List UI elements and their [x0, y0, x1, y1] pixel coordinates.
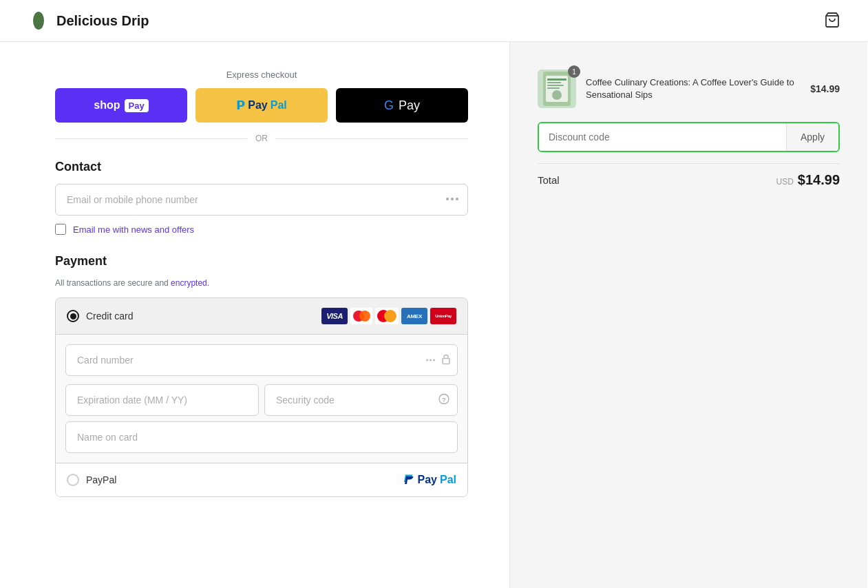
name-on-card-input[interactable]	[65, 421, 458, 453]
order-summary: 1 Coffee Culinary Creations: A Coffee Lo…	[509, 42, 867, 588]
product-price: $14.99	[810, 83, 840, 94]
contact-section: Contact Email me with news and offers	[55, 160, 468, 235]
card-type-icon	[426, 355, 437, 366]
newsletter-checkbox[interactable]	[55, 224, 66, 235]
paypal-option[interactable]: PayPal PayPal	[56, 463, 467, 496]
mastercard-icon	[375, 308, 399, 324]
svg-text:?: ?	[442, 397, 446, 403]
amex-icon: AMEX	[401, 308, 427, 324]
header: Delicious Drip	[0, 0, 868, 42]
newsletter-checkbox-row: Email me with news and offers	[55, 224, 468, 235]
svg-rect-5	[456, 198, 458, 200]
discount-code-input[interactable]	[539, 123, 786, 151]
shoppay-button[interactable]: shop Pay	[55, 88, 187, 123]
checkout-form: Express checkout shop Pay 𝗣 PayPal	[0, 42, 509, 588]
email-options-icon	[446, 194, 458, 205]
expiry-input-group	[65, 384, 259, 416]
newsletter-label[interactable]: Email me with news and offers	[73, 224, 194, 235]
credit-card-form: ?	[56, 335, 467, 463]
payment-heading: Payment	[55, 254, 468, 269]
svg-rect-16	[547, 85, 564, 86]
payment-section: Payment All transactions are secure and …	[55, 254, 468, 497]
visa-icon: VISA	[321, 308, 348, 324]
paypal-radio[interactable]	[67, 474, 79, 486]
credit-card-option[interactable]: Credit card VISA	[56, 298, 467, 335]
gpay-button[interactable]: G Pay	[336, 88, 468, 123]
product-info: Coffee Culinary Creations: A Coffee Love…	[586, 76, 801, 101]
card-icons: VISA AME	[321, 308, 456, 324]
credit-card-label: Credit card	[86, 311, 133, 322]
svg-rect-3	[446, 198, 449, 200]
svg-rect-15	[547, 82, 561, 83]
main-layout: Express checkout shop Pay 𝗣 PayPal	[0, 42, 868, 588]
card-number-input[interactable]	[65, 344, 458, 376]
brand-logo-icon	[28, 10, 50, 32]
product-image-wrap: 1	[538, 70, 576, 108]
svg-rect-7	[430, 359, 432, 361]
svg-rect-4	[451, 198, 454, 200]
security-code-input[interactable]	[264, 384, 458, 416]
or-divider: OR	[55, 134, 468, 143]
svg-point-18	[552, 90, 562, 100]
total-price: $14.99	[798, 172, 840, 188]
email-input-group	[55, 184, 468, 216]
payment-subtitle: All transactions are secure and encrypte…	[55, 278, 468, 288]
total-row: Total USD $14.99	[538, 163, 840, 188]
total-label: Total	[538, 174, 560, 186]
express-buttons: shop Pay 𝗣 PayPal G Pay	[55, 88, 468, 123]
svg-rect-8	[433, 359, 435, 361]
card-number-group	[65, 344, 458, 376]
express-checkout-label: Express checkout	[55, 70, 468, 80]
total-currency: USD	[776, 177, 793, 187]
brand-name: Delicious Drip	[56, 13, 149, 29]
paypal-brand-icon: PayPal	[403, 473, 456, 487]
product-quantity-badge: 1	[568, 65, 580, 78]
unionpay-icon: UnionPay	[430, 308, 456, 324]
express-checkout-section: Express checkout shop Pay 𝗣 PayPal	[55, 70, 468, 143]
security-help-icon[interactable]: ?	[438, 394, 449, 407]
payment-options-container: Credit card VISA	[55, 297, 468, 497]
svg-rect-17	[547, 87, 560, 89]
svg-rect-9	[443, 359, 449, 364]
apply-discount-button[interactable]: Apply	[786, 123, 838, 151]
maestro-icon	[350, 308, 372, 324]
total-amount: USD $14.99	[776, 172, 840, 188]
logo: Delicious Drip	[28, 10, 149, 32]
expiry-input[interactable]	[65, 384, 259, 416]
svg-rect-6	[426, 359, 428, 361]
paypal-label: PayPal	[86, 474, 116, 485]
credit-card-radio[interactable]	[67, 310, 79, 322]
svg-point-1	[35, 12, 42, 23]
product-row: 1 Coffee Culinary Creations: A Coffee Lo…	[538, 70, 840, 108]
discount-code-row: Apply	[538, 122, 840, 152]
product-name: Coffee Culinary Creations: A Coffee Love…	[586, 76, 801, 101]
name-input-group	[65, 421, 458, 453]
paypal-express-button[interactable]: 𝗣 PayPal	[195, 88, 328, 123]
expiry-security-row: ?	[65, 384, 458, 416]
cart-icon[interactable]	[824, 12, 840, 30]
security-input-group: ?	[264, 384, 458, 416]
email-input[interactable]	[55, 184, 468, 216]
lock-icon	[441, 354, 451, 367]
svg-rect-14	[547, 78, 567, 81]
contact-heading: Contact	[55, 160, 468, 174]
